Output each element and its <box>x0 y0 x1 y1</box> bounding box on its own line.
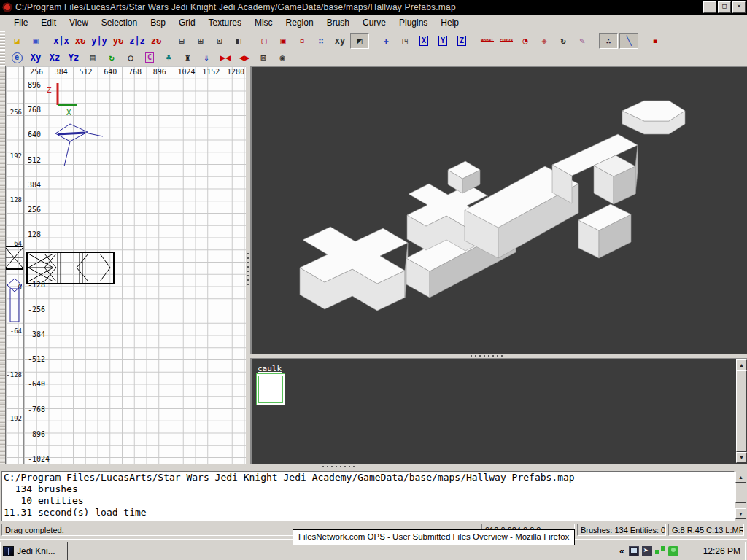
toolbar-separator[interactable] <box>371 34 376 48</box>
vertex-dots-icon[interactable]: ∷ <box>312 34 330 48</box>
select-vertices-icon[interactable]: ∴ <box>599 33 618 49</box>
camera-move-icon[interactable]: ◉ <box>274 50 291 65</box>
console: C:/Program Files/LucasArts/Star Wars Jed… <box>0 470 747 521</box>
close-button[interactable]: × <box>732 1 746 13</box>
menu-brush[interactable]: Brush <box>320 15 356 30</box>
menu-curve[interactable]: Curve <box>356 15 392 30</box>
menu-region[interactable]: Region <box>279 15 320 30</box>
train-icon[interactable]: ♜ <box>179 50 196 65</box>
menu-misc[interactable]: Misc <box>248 15 279 30</box>
user-icon[interactable] <box>668 546 678 556</box>
view-xy-icon[interactable]: Xy <box>27 50 44 65</box>
rotate-y-icon[interactable]: y↻ <box>109 34 127 48</box>
toolbar-grip[interactable] <box>0 31 5 50</box>
network-icon[interactable] <box>655 546 665 556</box>
console-line: 11.31 second(s) load time <box>2 507 734 518</box>
deselect-icon[interactable]: ▫ <box>293 34 311 48</box>
curve-point-icon[interactable]: ▪ <box>646 34 664 48</box>
flip-y-icon[interactable]: y|y <box>90 34 108 48</box>
polygon-icon[interactable]: ○ <box>122 50 139 65</box>
toolbar-separator[interactable] <box>640 34 645 48</box>
menu-help[interactable]: Help <box>434 15 465 30</box>
flip-x-icon[interactable]: x|x <box>53 34 70 48</box>
task-jedi-knight[interactable]: Jedi Kni... <box>0 542 68 560</box>
select-inside-icon[interactable]: ▣ <box>274 34 292 48</box>
restore-button[interactable]: □ <box>718 1 731 13</box>
no-models-icon[interactable]: MODEL <box>479 34 496 48</box>
refresh-models-icon[interactable]: ↻ <box>103 50 120 65</box>
toolbar-grip[interactable] <box>0 50 5 66</box>
entity-e-icon[interactable]: e <box>8 50 26 65</box>
download-icon[interactable]: ⇓ <box>198 50 215 65</box>
axis-x-label: X <box>66 108 71 117</box>
rotate-z-icon[interactable]: z↻ <box>147 34 165 48</box>
pointer-icon[interactable] <box>642 546 652 556</box>
lock-x-icon[interactable]: X <box>415 34 433 48</box>
patch-cone-icon[interactable]: ◔ <box>516 34 534 48</box>
texture-xy-icon[interactable]: xy <box>331 34 349 48</box>
patch-weld-icon[interactable]: ◈ <box>535 34 553 48</box>
console-scrollbar[interactable]: ▲ ▼ <box>735 472 746 519</box>
flip-z-icon[interactable]: z|z <box>128 34 146 48</box>
texture-browser[interactable]: caulk ▲ ▼ <box>250 358 747 467</box>
texture-view-icon[interactable]: ◩ <box>350 33 369 49</box>
scroll-down-icon[interactable]: ▼ <box>736 452 747 463</box>
free-scale-icon[interactable]: ◳ <box>396 34 414 48</box>
menu-bar: File Edit View Selection Bsp Grid Textur… <box>0 15 747 31</box>
save-icon[interactable]: ▣ <box>27 34 44 48</box>
menu-edit[interactable]: Edit <box>34 15 63 30</box>
lock-z-icon[interactable]: Z <box>453 34 471 48</box>
hollow-icon[interactable]: ⊡ <box>211 34 228 48</box>
open-icon[interactable]: ◪ <box>8 34 26 48</box>
camera-view-3d[interactable] <box>250 66 747 357</box>
select-edges-icon[interactable]: ╲ <box>619 33 638 49</box>
clipper-icon[interactable]: ◧ <box>230 34 247 48</box>
cap-icon[interactable]: C <box>141 50 158 65</box>
pane-grip[interactable] <box>0 66 5 464</box>
select-touching-icon[interactable]: ▢ <box>255 34 273 48</box>
monitor-icon[interactable] <box>629 546 639 556</box>
csg-merge-icon[interactable]: ⊞ <box>192 34 209 48</box>
toolbar-separator[interactable] <box>46 34 51 48</box>
scroll-up-icon[interactable]: ▲ <box>736 359 747 370</box>
toolbar-separator[interactable] <box>249 34 254 48</box>
menu-bsp[interactable]: Bsp <box>144 15 172 30</box>
horizontal-splitter[interactable] <box>0 464 747 470</box>
step-forward-icon[interactable]: ◀▶ <box>236 50 253 65</box>
patch-drill-icon[interactable]: ↻ <box>554 34 572 48</box>
tray-chevron[interactable]: « <box>616 546 627 556</box>
view-yz-icon[interactable]: Yz <box>65 50 82 65</box>
view-xz-icon[interactable]: Xz <box>46 50 63 65</box>
axis-z-label: Z <box>47 85 52 95</box>
texture-swatch-caulk[interactable] <box>256 373 285 405</box>
no-draw-icon[interactable]: ⊠ <box>255 50 272 65</box>
grid-view-xz[interactable]: 256 384 512 640 768 896 1024 1152 1280 8… <box>23 66 247 465</box>
step-back-icon[interactable]: ▶◀ <box>217 50 234 65</box>
scrollbar-thumb[interactable] <box>736 370 747 452</box>
main-toolbar: ◪ ▣ x|x x↻ y|y y↻ z|z z↻ ⊟ ⊞ ⊡ ◧ <box>0 31 747 50</box>
toolbar-separator[interactable] <box>472 34 477 48</box>
rotate-x-icon[interactable]: x↻ <box>71 34 89 48</box>
brush-paint-icon[interactable]: ✎ <box>573 34 591 48</box>
menu-view[interactable]: View <box>63 15 95 30</box>
toolbar-separator[interactable] <box>592 34 597 48</box>
console-icon[interactable]: ▤ <box>84 50 101 65</box>
free-rotation-icon[interactable]: ✚ <box>377 34 395 48</box>
scroll-down-icon[interactable]: ▼ <box>735 508 746 519</box>
menu-grid[interactable]: Grid <box>172 15 202 30</box>
scroll-up-icon[interactable]: ▲ <box>735 472 746 483</box>
menu-file[interactable]: File <box>7 15 34 30</box>
csg-subtract-icon[interactable]: ⊟ <box>173 34 190 48</box>
bat-icon[interactable]: ♣ <box>160 50 177 65</box>
menu-textures[interactable]: Textures <box>202 15 248 30</box>
status-brush-count: Brushes: 134 Entities: 0 <box>577 524 666 536</box>
menu-plugins[interactable]: Plugins <box>392 15 434 30</box>
toolbar-separator[interactable] <box>166 34 171 48</box>
scrollbar-thumb[interactable] <box>735 483 746 503</box>
menu-selection[interactable]: Selection <box>95 15 144 30</box>
grid-view-side-sliver[interactable]: 256 192 128 64 0 -64 -128 -192 <box>5 66 25 466</box>
no-curves-icon[interactable]: CURVE <box>498 34 515 48</box>
lock-y-icon[interactable]: Y <box>434 34 452 48</box>
texture-scrollbar[interactable]: ▲ ▼ <box>736 359 747 463</box>
minimize-button[interactable]: _ <box>703 1 716 13</box>
